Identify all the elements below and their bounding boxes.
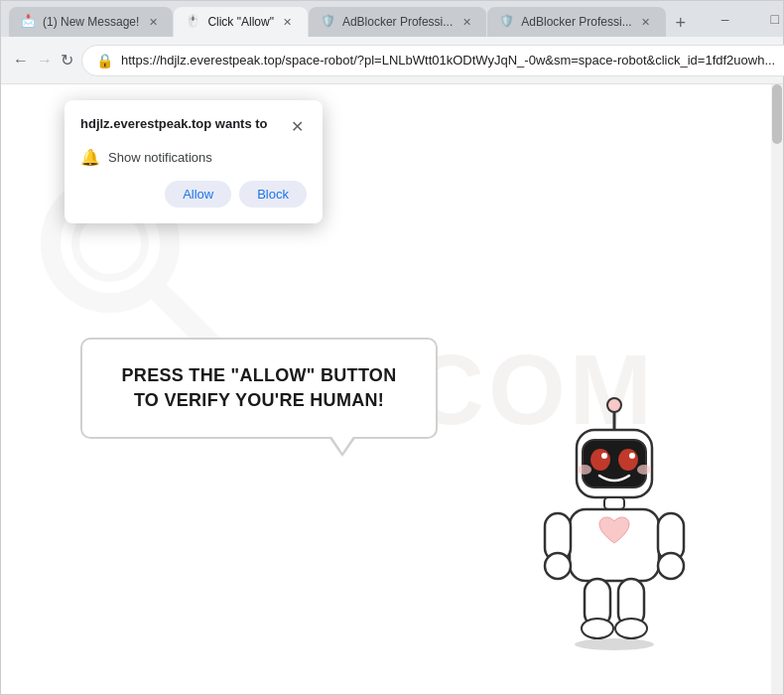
minimize-button[interactable]: –	[703, 1, 748, 37]
tab-favicon-4: 🛡️	[499, 14, 515, 30]
scrollbar-thumb[interactable]	[772, 84, 782, 144]
url-text: https://hdjlz.everestpeak.top/space-robo…	[121, 53, 775, 68]
svg-point-24	[582, 619, 613, 638]
title-bar: 📩 (1) New Message! ✕ 🖱️ Click "Allow" ✕ …	[1, 1, 783, 37]
bell-icon: 🔔	[80, 148, 100, 167]
browser-frame: 📩 (1) New Message! ✕ 🖱️ Click "Allow" ✕ …	[0, 0, 784, 695]
popup-notification-row: 🔔 Show notifications	[80, 148, 307, 167]
allow-button[interactable]: Allow	[165, 181, 231, 208]
url-bar[interactable]: 🔒 https://hdjlz.everestpeak.top/space-ro…	[81, 45, 784, 76]
notification-popup: hdjlz.everestpeak.top wants to ✕ 🔔 Show …	[65, 100, 323, 223]
tab-close-2[interactable]: ✕	[280, 14, 296, 30]
tab-adblocker-4[interactable]: 🛡️ AdBlocker Professi... ✕	[487, 7, 665, 37]
popup-header: hdjlz.everestpeak.top wants to ✕	[80, 116, 307, 136]
back-button[interactable]: ←	[13, 45, 29, 76]
page-message: PRESS THE "ALLOW" BUTTON TO VERIFY YOU'R…	[122, 365, 397, 410]
svg-point-11	[590, 449, 610, 471]
svg-point-15	[578, 465, 591, 475]
robot-character	[525, 392, 704, 654]
tab-title-1: (1) New Message!	[43, 15, 139, 29]
svg-point-22	[658, 553, 684, 579]
new-tab-button[interactable]: +	[667, 9, 695, 37]
reload-button[interactable]: ↻	[61, 45, 73, 76]
scrollbar[interactable]	[771, 84, 783, 694]
svg-point-14	[629, 453, 635, 459]
popup-notification-text: Show notifications	[108, 150, 212, 165]
page-content: RISK.COM hdjlz.everestpeak.top wants to …	[1, 84, 783, 694]
tab-favicon-2: 🖱️	[186, 14, 201, 30]
forward-button[interactable]: →	[37, 45, 53, 76]
robot-svg	[525, 392, 704, 650]
tab-title-3: AdBlocker Professi...	[342, 15, 453, 29]
tabs-container: 📩 (1) New Message! ✕ 🖱️ Click "Allow" ✕ …	[9, 1, 695, 37]
popup-title: hdjlz.everestpeak.top wants to	[80, 116, 268, 131]
svg-line-5	[155, 288, 209, 343]
tab-favicon-3: 🛡️	[321, 14, 336, 30]
block-button[interactable]: Block	[239, 181, 307, 208]
svg-rect-17	[604, 497, 624, 509]
popup-buttons: Allow Block	[80, 181, 307, 208]
tab-title-2: Click "Allow"	[207, 15, 274, 29]
maximize-button[interactable]: □	[752, 1, 784, 37]
tab-close-3[interactable]: ✕	[458, 14, 474, 30]
svg-rect-18	[570, 509, 659, 581]
lock-icon: 🔒	[96, 53, 113, 69]
svg-point-20	[545, 553, 571, 579]
tab-title-4: AdBlocker Professi...	[521, 15, 631, 29]
svg-point-27	[575, 638, 654, 650]
svg-point-13	[601, 453, 607, 459]
tab-close-4[interactable]: ✕	[638, 14, 654, 30]
popup-close-button[interactable]: ✕	[287, 116, 307, 136]
svg-point-8	[607, 398, 621, 412]
tab-click-allow[interactable]: 🖱️ Click "Allow" ✕	[174, 7, 308, 37]
tab-new-message[interactable]: 📩 (1) New Message! ✕	[9, 7, 173, 37]
svg-point-26	[615, 619, 647, 638]
address-bar: ← → ↻ 🔒 https://hdjlz.everestpeak.top/sp…	[1, 37, 783, 84]
svg-point-12	[618, 449, 638, 471]
svg-point-16	[637, 465, 651, 475]
window-buttons: – □ ✕	[703, 1, 784, 37]
speech-bubble: PRESS THE "ALLOW" BUTTON TO VERIFY YOU'R…	[80, 338, 438, 439]
tab-adblocker-3[interactable]: 🛡️ AdBlocker Professi... ✕	[309, 7, 486, 37]
tab-close-1[interactable]: ✕	[145, 14, 161, 30]
tab-favicon-1: 📩	[21, 14, 37, 30]
